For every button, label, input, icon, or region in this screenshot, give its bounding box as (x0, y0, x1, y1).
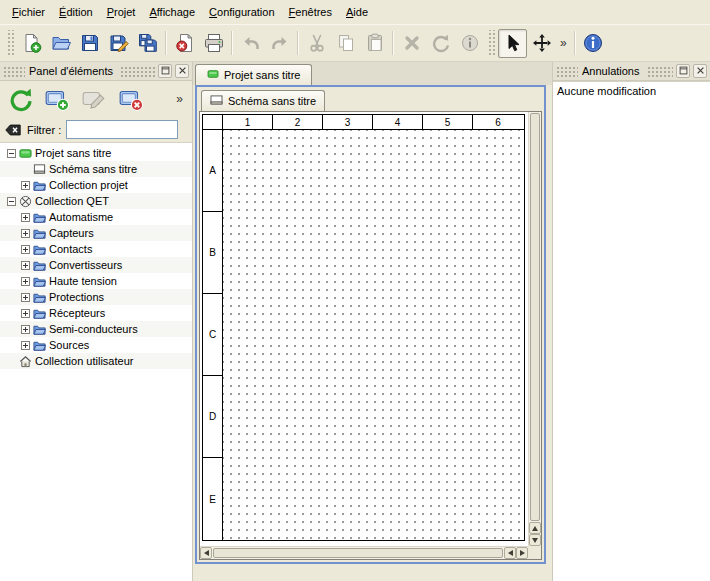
tree-item-collection-projet[interactable]: Collection projet (0, 177, 192, 193)
tree-item-schema[interactable]: Schéma sans titre (0, 161, 192, 177)
clear-filter-button[interactable] (4, 121, 22, 139)
new-document-icon (22, 33, 42, 53)
expander-plus-icon[interactable] (21, 229, 30, 238)
save-button[interactable] (75, 29, 104, 58)
toolbar-grip[interactable] (487, 30, 495, 56)
row-headers: A B C D E (203, 130, 223, 540)
menu-item-fichier[interactable]: Fichier (5, 2, 52, 22)
new-element-button[interactable] (42, 84, 72, 114)
tree-item-haute-tension[interactable]: Haute tension (0, 273, 192, 289)
undo-list[interactable]: Aucune modification (553, 81, 710, 581)
tree-item-protections[interactable]: Protections (0, 289, 192, 305)
expander-minus-icon[interactable] (7, 149, 16, 158)
scroll-down-button[interactable] (529, 534, 541, 546)
save-as-button[interactable] (104, 29, 133, 58)
toolbar-grip[interactable] (6, 30, 14, 56)
menu-item-fenetres[interactable]: Fenêtres (282, 2, 339, 22)
copy-button (331, 29, 360, 58)
edit-element-icon (81, 86, 107, 112)
undo-icon (241, 33, 261, 53)
menu-item-projet[interactable]: Projet (100, 2, 143, 22)
expander-plus-icon[interactable] (21, 277, 30, 286)
dock-float-button[interactable] (158, 64, 172, 78)
tree-item-collection-utilisateur[interactable]: Collection utilisateur (0, 353, 192, 369)
project-subwindow: Schéma sans titre 1 2 3 4 (195, 85, 546, 564)
close-document-button[interactable] (170, 29, 199, 58)
project-tab-bar: Projet sans titre (193, 62, 552, 85)
tab-projet-sans-titre[interactable]: Projet sans titre (195, 64, 312, 85)
expander-plus-icon[interactable] (21, 293, 30, 302)
folder-icon (32, 179, 47, 192)
tree-item-convertisseurs[interactable]: Convertisseurs (0, 257, 192, 273)
row-header: B (203, 212, 222, 294)
expander-minus-icon[interactable] (7, 197, 16, 206)
cut-icon (307, 33, 327, 53)
undo-panel-titlebar[interactable]: Annulations (553, 62, 710, 81)
tree-item-collection-qet[interactable]: Collection QET (0, 193, 192, 209)
folder-icon (32, 307, 47, 320)
expander-plus-icon[interactable] (21, 341, 30, 350)
rotate-button (426, 29, 455, 58)
filter-label: Filtrer : (27, 124, 61, 136)
row-header: E (203, 458, 222, 540)
vertical-scrollbar[interactable] (528, 112, 541, 546)
tab-schema-sans-titre[interactable]: Schéma sans titre (201, 90, 325, 111)
tree-item-automatisme[interactable]: Automatisme (0, 209, 192, 225)
horizontal-scrollbar[interactable] (200, 546, 528, 559)
toolbar-overflow-button[interactable]: » (556, 29, 571, 58)
scroll-left-button[interactable] (504, 547, 516, 559)
expander-plus-icon[interactable] (21, 309, 30, 318)
diagram-grid[interactable] (223, 130, 524, 540)
save-all-button[interactable] (133, 29, 162, 58)
select-arrow-icon (503, 33, 523, 53)
menu-item-aide[interactable]: Aide (339, 2, 375, 22)
scroll-up-button[interactable] (529, 522, 541, 534)
move-arrows-icon (532, 33, 552, 53)
new-document-button[interactable] (17, 29, 46, 58)
dock-close-button[interactable] (693, 64, 707, 78)
menu-item-affichage[interactable]: Affichage (142, 2, 202, 22)
row-header: D (203, 376, 222, 458)
cut-button (302, 29, 331, 58)
home-icon (18, 355, 33, 368)
reload-collections-button[interactable] (5, 84, 35, 114)
vertical-scrollbar-thumb[interactable] (530, 113, 540, 521)
tree-item-recepteurs[interactable]: Récepteurs (0, 305, 192, 321)
expander-plus-icon[interactable] (21, 181, 30, 190)
tree-item-project[interactable]: Projet sans titre (0, 145, 192, 161)
elements-panel-dock: Panel d'éléments » Filtrer : (0, 62, 193, 581)
expander-plus-icon[interactable] (21, 245, 30, 254)
expander-plus-icon[interactable] (21, 261, 30, 270)
print-button[interactable] (199, 29, 228, 58)
arrow-right-icon (520, 550, 525, 556)
horizontal-scrollbar-thumb[interactable] (213, 548, 503, 558)
delete-element-button[interactable] (116, 84, 146, 114)
column-header: 1 (223, 115, 273, 129)
tree-item-sources[interactable]: Sources (0, 337, 192, 353)
select-mode-button[interactable] (498, 29, 527, 58)
menu-item-edition[interactable]: Édition (52, 2, 100, 22)
tree-item-semi-conducteurs[interactable]: Semi-conducteurs (0, 321, 192, 337)
dock-close-button[interactable] (175, 64, 189, 78)
toolbar-separator (231, 31, 233, 55)
panel-toolbar-overflow-button[interactable]: » (172, 85, 187, 114)
tree-item-capteurs[interactable]: Capteurs (0, 225, 192, 241)
filter-input[interactable] (66, 120, 178, 139)
pan-mode-button[interactable] (527, 29, 556, 58)
expander-plus-icon[interactable] (21, 325, 30, 334)
expander-plus-icon[interactable] (21, 213, 30, 222)
scroll-left-button[interactable] (200, 547, 212, 559)
about-button[interactable] (579, 29, 608, 58)
tree-item-contacts[interactable]: Contacts (0, 241, 192, 257)
arrow-down-icon (532, 538, 538, 543)
dock-float-button[interactable] (676, 64, 690, 78)
column-header: 5 (423, 115, 473, 129)
toolbar-separator (165, 31, 167, 55)
float-icon (679, 65, 688, 77)
open-document-button[interactable] (46, 29, 75, 58)
undo-button (236, 29, 265, 58)
elements-panel-titlebar[interactable]: Panel d'éléments (0, 62, 192, 81)
menu-item-configuration[interactable]: Configuration (202, 2, 281, 22)
scroll-right-button[interactable] (516, 547, 528, 559)
diagram-canvas[interactable]: 1 2 3 4 5 6 A B (200, 112, 528, 546)
